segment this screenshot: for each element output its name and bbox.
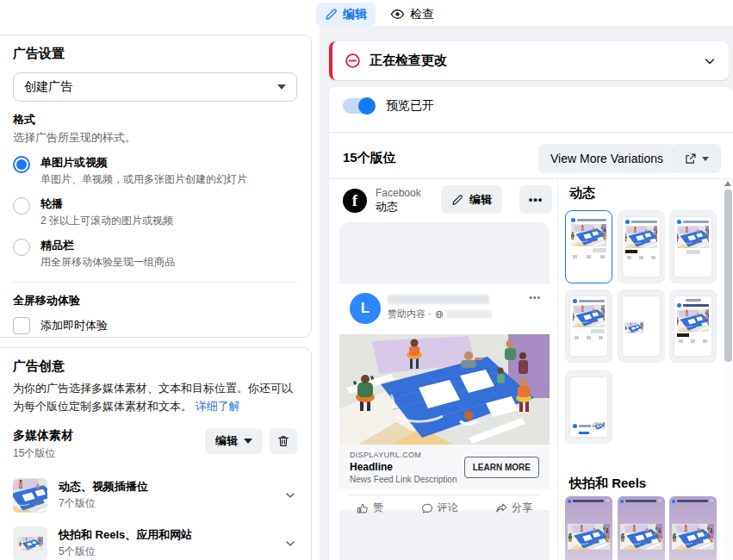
preview-panel: 正在检查更改 预览已开 15个版位 View More Variations f: [320, 26, 733, 560]
edit-tab-label: 编辑: [343, 7, 367, 22]
post-link-card[interactable]: DISPLAYURL.COM Headline News Feed Link D…: [339, 445, 550, 489]
preview-stage: L 赞助内容 · •••: [339, 222, 550, 560]
media-group-count: 5个版位: [59, 544, 272, 559]
media-edit-label: 编辑: [215, 433, 238, 449]
share-preview-button[interactable]: [672, 144, 721, 173]
review-alert[interactable]: 正在检查更改: [329, 41, 729, 80]
format-option-single[interactable]: 单图片或视频 单图片、单视频，或用多张图片创建的幻灯片: [13, 155, 297, 187]
post-header: L 赞助内容 · •••: [350, 293, 541, 324]
ads-manager-screen: 编辑 检查 广告设置 创建广告 格式 选择广告所呈现的样式。 单图片或视频 单图…: [0, 0, 733, 560]
pencil-icon: [325, 8, 338, 21]
chevron-down-icon[interactable]: [703, 54, 717, 68]
format-option-collection[interactable]: 精品栏 用全屏移动体验呈现一组商品: [13, 238, 297, 270]
sponsored-label: 赞助内容 ·: [388, 308, 432, 320]
format-option-label: 单图片或视频: [40, 155, 247, 171]
inspect-tab-label: 检查: [410, 7, 434, 22]
comment-button[interactable]: 评论: [421, 501, 458, 515]
chevron-down-icon: [277, 84, 286, 90]
radio-icon[interactable]: [13, 197, 30, 215]
radio-selected-icon[interactable]: [13, 156, 30, 173]
ad-creative-title: 广告创意: [13, 358, 297, 375]
radio-icon[interactable]: [13, 239, 30, 256]
edit-tab-button[interactable]: 编辑: [316, 3, 376, 26]
chevron-down-icon[interactable]: [283, 537, 297, 551]
headline: Headline: [350, 461, 464, 473]
page-name-redacted: [388, 295, 489, 304]
format-option-desc: 单图片、单视频，或用多张图片创建的幻灯片: [40, 172, 247, 187]
post-menu-icon[interactable]: •••: [529, 293, 541, 324]
channel-name: Facebook: [376, 187, 421, 199]
placement-name: 动态: [376, 199, 421, 215]
ad-creative-card: 广告创意 为你的广告选择多媒体素材、文本和目标位置。你还可以为每个版位定制多媒体…: [0, 347, 312, 560]
eye-icon: [390, 7, 405, 22]
scrollbar-thumb[interactable]: [724, 190, 732, 362]
external-link-icon: [684, 152, 697, 165]
like-button[interactable]: 赞: [357, 501, 383, 515]
media-group-stories[interactable]: 快拍和 Reels、应用和网站 5个版位: [13, 520, 297, 560]
learn-more-link[interactable]: 详细了解: [196, 400, 240, 413]
placement-edit-button[interactable]: 编辑: [441, 185, 502, 214]
format-title: 格式: [13, 112, 297, 128]
format-option-desc: 用全屏移动体验呈现一组商品: [40, 255, 175, 270]
placement-thumbnail-reel[interactable]: ✕: [618, 496, 665, 560]
placement-thumbnail[interactable]: [565, 370, 612, 444]
placement-preview-pane: f Facebook 动态 编辑 ••• L: [329, 179, 558, 560]
pencil-icon: [451, 194, 463, 206]
placements-count: 15个版位: [343, 150, 396, 166]
share-button[interactable]: 分享: [495, 501, 532, 515]
media-delete-button[interactable]: [270, 428, 297, 454]
ad-setup-select[interactable]: 创建广告: [13, 72, 297, 102]
minus-circle-icon: [345, 53, 361, 69]
placement-header: f Facebook 动态: [343, 187, 421, 215]
chevron-down-icon: [244, 439, 252, 444]
media-groups-list: 动态、视频插播位 7个版位 快拍和 Reels、应用和网站 5个版位: [13, 471, 297, 560]
chevron-down-icon: [702, 157, 709, 161]
checkbox-icon[interactable]: [13, 317, 30, 334]
preview-toggle-row: 预览已开: [343, 98, 434, 114]
placement-more-button[interactable]: •••: [519, 185, 552, 214]
placement-thumbnail[interactable]: [618, 210, 665, 283]
media-group-label: 快拍和 Reels、应用和网站: [59, 527, 272, 543]
placement-thumbnail[interactable]: [669, 210, 717, 283]
chevron-down-icon[interactable]: [283, 488, 297, 502]
ad-setup-select-value: 创建广告: [24, 79, 72, 95]
media-title: 多媒体素材: [13, 428, 73, 444]
media-group-thumbnail: [13, 478, 47, 513]
placement-thumbnail-reel[interactable]: ✕: [565, 496, 612, 560]
display-url: DISPLAYURL.COM: [350, 451, 464, 459]
placement-edit-label: 编辑: [469, 192, 492, 208]
format-option-carousel[interactable]: 轮播 2 张以上可滚动的图片或视频: [13, 196, 297, 228]
page-avatar: L: [350, 293, 381, 324]
inspect-tab-button[interactable]: 检查: [382, 3, 443, 26]
format-option-label: 精品栏: [40, 238, 175, 253]
placement-thumbnail-reel[interactable]: ✕: [669, 496, 717, 560]
placement-thumbnails-pane: 动态: [558, 179, 733, 560]
divider: [13, 282, 297, 283]
placement-thumbnail[interactable]: [565, 289, 612, 363]
placement-thumbnail-selected[interactable]: [565, 210, 612, 283]
share-icon: [495, 502, 507, 514]
comment-icon: [421, 502, 433, 514]
top-toolbar: 编辑 检查: [0, 0, 733, 28]
facebook-post-preview: L 赞助内容 · •••: [339, 284, 550, 510]
trash-icon: [276, 434, 290, 448]
ad-setup-card: 广告设置 创建广告 格式 选择广告所呈现的样式。 单图片或视频 单图片、单视频，…: [0, 34, 312, 338]
placement-thumbnail[interactable]: [618, 289, 665, 363]
preview-toggle[interactable]: [343, 98, 376, 114]
media-edit-button[interactable]: 编辑: [205, 428, 263, 454]
format-option-label: 轮播: [40, 196, 173, 212]
media-group-count: 7个版位: [59, 496, 272, 511]
ad-creative-description: 为你的广告选择多媒体素材、文本和目标位置。你还可以为每个版位定制多媒体素材和文本…: [13, 380, 297, 416]
divider: [329, 132, 733, 133]
media-group-feeds[interactable]: 动态、视频插播位 7个版位: [13, 471, 297, 520]
view-more-variations-button[interactable]: View More Variations: [538, 144, 675, 173]
instant-experience-label: 添加即时体验: [40, 318, 108, 333]
placement-thumbnail[interactable]: [669, 289, 717, 363]
alert-title: 正在检查更改: [370, 53, 694, 69]
cta-button[interactable]: LEARN MORE: [464, 457, 539, 478]
scrollbar-track[interactable]: [724, 179, 733, 560]
preview-card: 预览已开 15个版位 View More Variations f Facebo…: [329, 87, 733, 560]
scrollbar-up-arrow[interactable]: [724, 181, 731, 186]
preview-toggle-label: 预览已开: [386, 98, 434, 114]
instant-experience-checkbox-row[interactable]: 添加即时体验: [13, 317, 297, 334]
